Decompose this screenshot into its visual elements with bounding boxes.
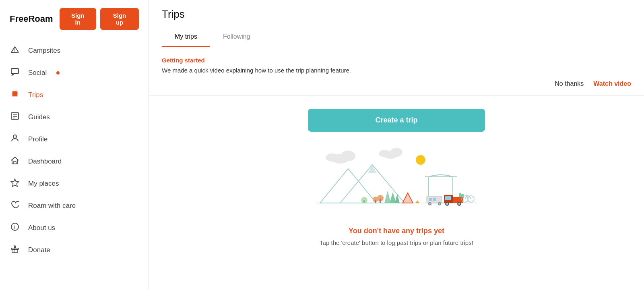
svg-marker-31 [390, 192, 396, 203]
svg-marker-32 [395, 194, 400, 203]
sidebar-item-social[interactable]: Social [0, 62, 149, 84]
svg-point-25 [379, 150, 390, 157]
svg-point-24 [390, 148, 402, 157]
svg-rect-39 [375, 200, 376, 203]
social-badge [56, 71, 60, 75]
list-icon [10, 112, 20, 122]
chat-icon [10, 67, 20, 78]
sidebar-item-aboutus[interactable]: About us [0, 217, 149, 239]
sidebar-item-dashboard[interactable]: Dashboard [0, 150, 149, 172]
sidebar-item-roamwithcare[interactable]: Roam with care [0, 195, 149, 217]
tent-icon [10, 45, 20, 56]
sidebar-item-aboutus-label: About us [28, 224, 55, 232]
svg-rect-37 [363, 200, 365, 203]
no-trips-subtitle: Tap the 'create' button to log past trip… [320, 239, 473, 246]
gift-icon [10, 244, 20, 255]
svg-point-57 [446, 203, 448, 205]
getting-started-title: Getting started [162, 57, 631, 64]
svg-marker-28 [368, 165, 376, 173]
getting-started-banner: Getting started We made a quick video ex… [149, 47, 644, 96]
svg-marker-26 [320, 169, 376, 203]
auth-buttons: Sign in Sign up [60, 8, 139, 30]
svg-point-58 [458, 203, 460, 205]
svg-rect-46 [429, 198, 432, 201]
banner-actions: No thanks Watch video [162, 80, 631, 87]
svg-rect-2 [11, 68, 19, 74]
sidebar-header: FreeRoam Sign in Sign up [0, 0, 149, 36]
tab-following[interactable]: Following [210, 27, 263, 47]
main-content: Getting started We made a quick video ex… [149, 47, 644, 290]
tabs: My trips Following [162, 27, 631, 47]
svg-point-21 [341, 151, 355, 161]
sidebar-item-profile-label: Profile [28, 135, 47, 143]
star-icon [10, 178, 20, 189]
svg-marker-11 [11, 179, 19, 186]
svg-marker-30 [384, 191, 391, 203]
sidebar-item-social-label: Social [28, 69, 47, 77]
sidebar-item-dashboard-label: Dashboard [28, 157, 62, 166]
getting-started-text: We made a quick video explaining how to … [162, 67, 631, 74]
sidebar-item-profile[interactable]: Profile [0, 128, 149, 150]
no-trips-title: You don't have any trips yet [349, 227, 444, 235]
main-header: Trips My trips Following [149, 0, 644, 47]
heart-icon [10, 200, 20, 211]
illustration [316, 145, 477, 217]
sidebar-item-donate-label: Donate [28, 246, 50, 254]
sidebar-item-campsites[interactable]: Campsites [0, 39, 149, 62]
home-icon [10, 156, 20, 167]
sidebar-item-guides[interactable]: Guides [0, 106, 149, 128]
sidebar-scroll: Campsites Social [0, 36, 149, 290]
app-title: FreeRoam [10, 14, 53, 24]
svg-point-19 [416, 155, 425, 165]
info-icon [10, 222, 20, 233]
tab-my-trips[interactable]: My trips [162, 27, 210, 47]
sidebar-item-campsites-label: Campsites [28, 47, 60, 55]
nav-list: Campsites Social [0, 36, 149, 264]
svg-rect-54 [445, 196, 451, 200]
sidebar-item-trips[interactable]: Trips [0, 84, 149, 106]
sidebar-item-donate[interactable]: Donate [0, 239, 149, 261]
svg-point-50 [429, 203, 431, 205]
person-icon [10, 134, 20, 145]
svg-point-51 [439, 203, 440, 205]
svg-rect-41 [380, 199, 381, 203]
page-title: Trips [162, 8, 631, 21]
svg-point-9 [13, 135, 17, 138]
svg-point-14 [14, 225, 15, 226]
sidebar: FreeRoam Sign in Sign up Campsites [0, 0, 149, 290]
sidebar-item-myplaces[interactable]: My places [0, 172, 149, 195]
sign-up-button[interactable]: Sign up [100, 8, 139, 30]
svg-marker-43 [402, 193, 413, 203]
watch-video-button[interactable]: Watch video [593, 80, 631, 87]
svg-rect-47 [433, 198, 436, 201]
create-trip-button[interactable]: Create a trip [308, 109, 485, 132]
no-thanks-button[interactable]: No thanks [555, 80, 584, 87]
svg-point-22 [326, 153, 339, 162]
sidebar-item-trips-label: Trips [28, 91, 43, 99]
create-trip-section: Create a trip [149, 96, 644, 256]
main-panel: Trips My trips Following Getting started… [149, 0, 644, 290]
sidebar-item-roamwithcare-label: Roam with care [28, 202, 76, 210]
sign-in-button[interactable]: Sign in [60, 8, 96, 30]
sidebar-item-guides-label: Guides [28, 113, 50, 121]
sidebar-item-myplaces-label: My places [28, 180, 59, 188]
navigate-icon [10, 89, 20, 100]
